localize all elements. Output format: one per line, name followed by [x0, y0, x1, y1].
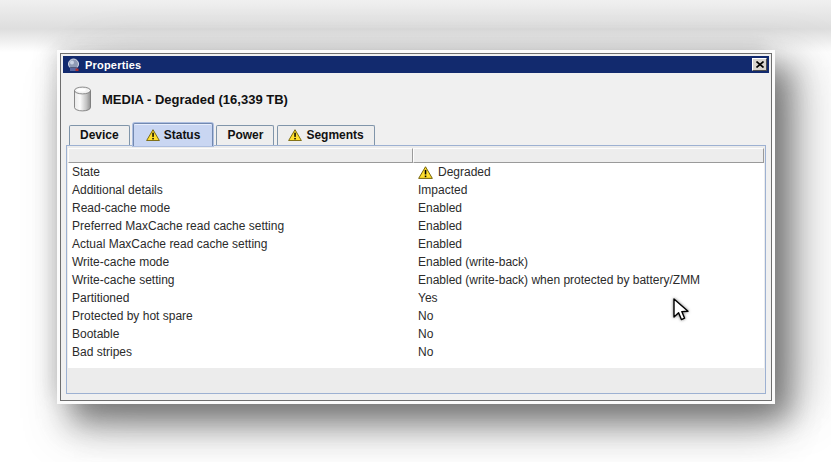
property-label: Bootable [68, 327, 413, 341]
table-row-write-cache-mode[interactable]: Write-cache mode Enabled (write-back) [68, 253, 764, 271]
tab-segments[interactable]: Segments [277, 125, 374, 145]
property-label: Write-cache mode [68, 255, 413, 269]
property-value: Enabled [418, 237, 462, 251]
warning-triangle-icon [418, 166, 433, 179]
property-value: Enabled [418, 219, 462, 233]
window-shadow-band [0, 0, 831, 52]
property-label: Actual MaxCache read cache setting [68, 237, 413, 251]
window-title: Properties [85, 59, 752, 71]
properties-table: State Degraded Additional details Impact… [68, 163, 764, 368]
table-header-value[interactable] [413, 148, 764, 163]
tab-label: Status [164, 128, 201, 142]
titlebar[interactable]: Properties [63, 56, 769, 73]
property-label: Read-cache mode [68, 201, 413, 215]
table-row-bootable[interactable]: Bootable No [68, 325, 764, 343]
device-header: MEDIA - Degraded (16,339 TB) [73, 84, 771, 114]
property-value: No [418, 309, 433, 323]
property-value: Yes [418, 291, 438, 305]
property-value: No [418, 345, 433, 359]
table-row-bad-stripes[interactable]: Bad stripes No [68, 343, 764, 361]
tab-bar: Device Status Power Segments [69, 123, 771, 145]
properties-window-icon [67, 58, 81, 72]
table-row-state[interactable]: State Degraded [68, 163, 764, 181]
tab-label: Power [227, 128, 263, 142]
property-label: State [68, 165, 413, 179]
close-icon [756, 61, 764, 68]
property-label: Preferred MaxCache read cache setting [68, 219, 413, 233]
warning-triangle-icon [146, 129, 160, 141]
table-row-read-cache-mode[interactable]: Read-cache mode Enabled [68, 199, 764, 217]
tab-status[interactable]: Status [133, 123, 214, 146]
property-value: Degraded [438, 165, 491, 179]
table-header-row [68, 148, 764, 163]
property-value: Enabled (write-back) when protected by b… [418, 273, 700, 287]
tab-label: Segments [306, 128, 363, 142]
tab-power[interactable]: Power [216, 125, 274, 145]
drive-cylinder-icon [73, 86, 92, 113]
property-value: No [418, 327, 433, 341]
property-label: Additional details [68, 183, 413, 197]
property-label: Partitioned [68, 291, 413, 305]
table-row-protected-hot-spare[interactable]: Protected by hot spare No [68, 307, 764, 325]
device-summary: MEDIA - Degraded (16,339 TB) [102, 92, 288, 107]
property-value: Enabled (write-back) [418, 255, 528, 269]
tab-label: Device [80, 128, 119, 142]
table-row-additional-details[interactable]: Additional details Impacted [68, 181, 764, 199]
property-label: Bad stripes [68, 345, 413, 359]
screen: Properties [0, 0, 831, 462]
close-button[interactable] [752, 58, 767, 71]
table-row-write-cache-setting[interactable]: Write-cache setting Enabled (write-back)… [68, 271, 764, 289]
table-row-actual-maxcache[interactable]: Actual MaxCache read cache setting Enabl… [68, 235, 764, 253]
property-value: Impacted [418, 183, 467, 197]
property-label: Protected by hot spare [68, 309, 413, 323]
table-header-property[interactable] [68, 148, 413, 163]
properties-dialog: Properties [60, 53, 772, 401]
table-row-partitioned[interactable]: Partitioned Yes [68, 289, 764, 307]
property-label: Write-cache setting [68, 273, 413, 287]
tab-device[interactable]: Device [69, 125, 130, 145]
table-row-preferred-maxcache[interactable]: Preferred MaxCache read cache setting En… [68, 217, 764, 235]
status-tab-panel: State Degraded Additional details Impact… [66, 145, 766, 394]
property-value: Enabled [418, 201, 462, 215]
warning-triangle-icon [288, 129, 302, 141]
